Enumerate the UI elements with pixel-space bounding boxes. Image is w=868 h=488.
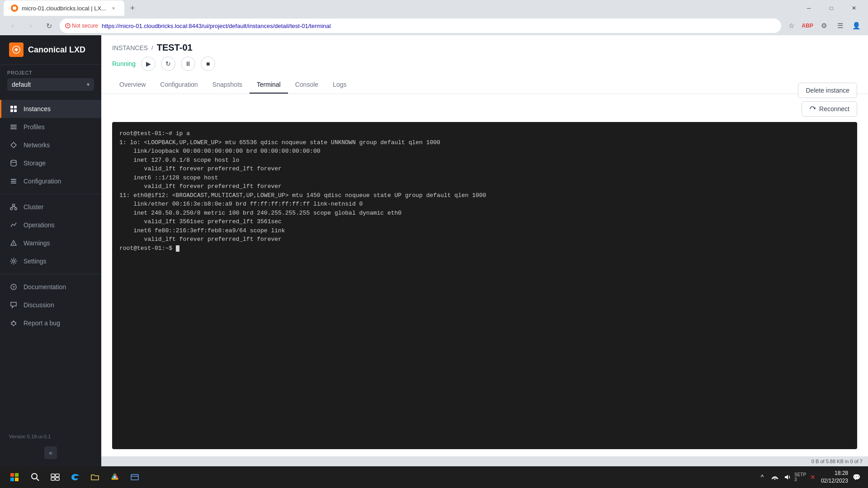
security-indicator: Not secure [65,23,98,29]
sidebar-item-discussion[interactable]: Discussion [0,296,101,314]
taskbar-chrome-button[interactable] [105,467,125,487]
sidebar-item-configuration[interactable]: Configuration [0,172,101,190]
browser-tab-active[interactable]: micro-01.cloudbricks.local | LX... × [4,0,124,16]
svg-line-37 [37,479,39,481]
reload-button[interactable]: ↻ [42,19,56,33]
tab-overview[interactable]: Overview [112,76,153,94]
taskbar-files-button[interactable] [125,467,145,487]
profile-icon[interactable]: 👤 [850,19,863,32]
sidebar-item-label-settings: Settings [24,258,47,265]
start-button[interactable]: ▶ [141,56,156,71]
security-tray-icon[interactable]: ✕ [808,473,817,482]
bug-icon [9,319,18,328]
sidebar-item-settings[interactable]: Settings [0,252,101,270]
sidebar-item-label-discussion: Discussion [24,301,54,309]
network-icon[interactable] [770,473,779,482]
minimize-button[interactable]: ─ [798,1,819,15]
svg-rect-9 [10,125,17,126]
terminal-cursor [176,245,179,252]
tab-console[interactable]: Console [288,76,326,94]
extensions-icon[interactable]: ⚙ [817,19,830,32]
collapse-icon: « [44,446,57,459]
operations-icon [9,221,18,230]
project-selector[interactable]: default ▾ [7,78,94,91]
svg-rect-11 [10,128,17,129]
sidebar-item-warnings[interactable]: Warnings [0,234,101,252]
start-menu-button[interactable] [4,466,25,488]
svg-rect-40 [51,478,55,480]
tab-logs[interactable]: Logs [326,76,354,94]
terminal-line: valid_lft forever preferred_lft forever [119,164,850,174]
sidebar-item-label-documentation: Documentation [24,283,66,291]
new-tab-button[interactable]: + [126,2,139,14]
sidebar-bottom: Version 5.19-ui-0.1 « [0,427,101,466]
delete-instance-button[interactable]: Delete instance [798,83,857,98]
svg-rect-39 [56,474,59,477]
svg-rect-35 [15,478,19,481]
sidebar-item-instances[interactable]: Instances [0,100,101,118]
taskbar-explorer-button[interactable] [85,467,105,487]
svg-point-12 [11,160,16,163]
maximize-button[interactable]: □ [821,1,842,15]
breadcrumb-parent[interactable]: INSTANCES [112,44,148,52]
svg-line-30 [15,324,16,324]
svg-rect-32 [10,473,14,477]
app-container: Canonical LXD Project default ▾ Instance… [0,35,868,466]
tab-snapshots[interactable]: Snapshots [205,76,250,94]
sidebar-nav: Instances Profiles Networks Storage [0,96,101,427]
stop-button[interactable]: ■ [201,56,215,71]
terminal-line: valid_lft forever preferred_lft forever [119,235,850,244]
svg-line-29 [15,322,16,323]
taskbar-taskview-button[interactable] [45,467,65,487]
window-controls: ─ □ ✕ [798,1,864,15]
svg-rect-10 [10,127,17,127]
warnings-icon [9,239,18,248]
sidebar-divider-2 [0,274,101,274]
tab-title: micro-01.cloudbricks.local | LX... [22,5,106,12]
collapse-sidebar-button[interactable]: « [0,443,101,463]
project-section: Project default ▾ [0,65,101,96]
system-clock[interactable]: 18:28 02/12/2023 [821,469,848,485]
svg-point-45 [114,476,116,478]
reconnect-button[interactable]: Reconnect [802,101,857,117]
svg-rect-14 [11,181,16,182]
bookmark-icon[interactable]: ☆ [785,19,797,32]
svg-point-26 [12,322,15,325]
pause-button[interactable]: ⏸ [181,56,195,71]
instance-tabs: Overview Configuration Snapshots Termina… [112,76,857,94]
sidebar-item-report-bug[interactable]: Report a bug [0,314,101,332]
back-button[interactable]: ‹ [5,19,20,33]
svg-text:?: ? [12,285,15,290]
volume-icon[interactable] [783,473,792,482]
notification-button[interactable]: 💬 [852,473,861,482]
terminal-line: 1: lo: <LOOPBACK,UP,LOWER_UP> mtu 65536 … [119,138,850,147]
main-content: INSTANCES / TEST-01 Running ▶ ↻ ⏸ ■ Over… [101,35,868,466]
tab-close-button[interactable]: × [110,5,117,12]
svg-rect-13 [11,179,16,180]
browser-tabs: micro-01.cloudbricks.local | LX... × + ─… [0,0,868,16]
sidebar-item-cluster[interactable]: Cluster [0,198,101,216]
tab-terminal[interactable]: Terminal [250,76,288,94]
network-status-icon[interactable]: SETP 3 [796,473,805,482]
sidebar-item-storage[interactable]: Storage [0,154,101,172]
restart-button[interactable]: ↻ [161,56,175,71]
taskbar: ^ SETP 3 ✕ 18:28 02/12/2023 💬 [0,466,868,488]
taskbar-edge-button[interactable] [65,467,85,487]
settings-icon [9,257,18,266]
address-bar[interactable]: Not secure https://micro-01.cloudbricks.… [60,19,781,33]
sidebar-item-networks[interactable]: Networks [0,136,101,154]
sidebar-item-documentation[interactable]: ? Documentation [0,278,101,296]
status-bar: 0 B of 5.88 KB in 0 of 7 [101,456,868,466]
sidebar-item-profiles[interactable]: Profiles [0,118,101,136]
tab-configuration[interactable]: Configuration [153,76,205,94]
close-button[interactable]: ✕ [844,1,864,15]
storage-icon [9,159,18,168]
forward-button[interactable]: › [24,19,38,33]
tray-chevron-icon[interactable]: ^ [758,473,767,482]
svg-point-17 [10,208,13,210]
sidebar-toggle-icon[interactable]: ☰ [834,19,846,32]
extension-adblock-icon[interactable]: ABP [801,19,814,32]
terminal-output[interactable]: root@test-01:~# ip a1: lo: <LOOPBACK,UP,… [112,122,857,449]
taskbar-search-button[interactable] [25,467,45,487]
sidebar-item-operations[interactable]: Operations [0,216,101,234]
